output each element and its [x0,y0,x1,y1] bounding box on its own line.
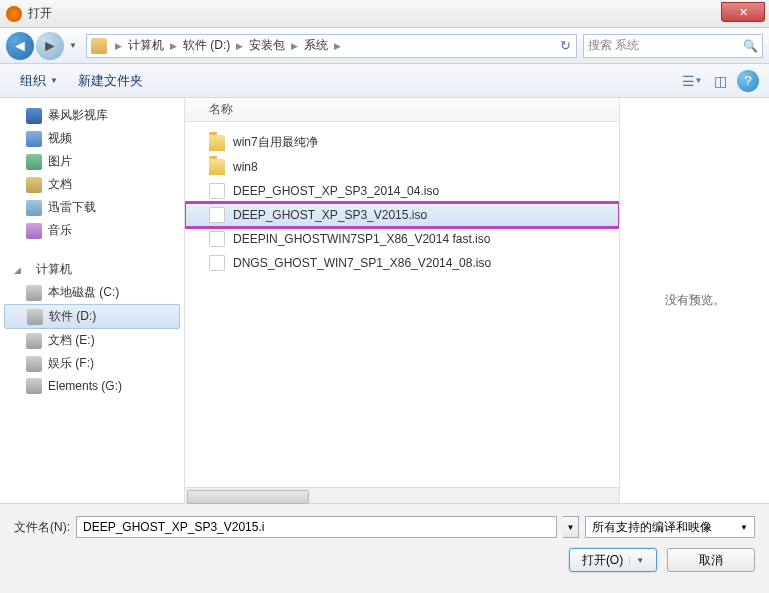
sidebar-computer-header[interactable]: ◢计算机 [0,258,184,281]
folder-type-icon [26,200,42,216]
sidebar-item[interactable]: 暴风影视库 [0,104,184,127]
organize-menu[interactable]: 组织 ▼ [10,68,68,94]
file-icon [209,183,225,199]
folder-icon [209,159,225,175]
cancel-button[interactable]: 取消 [667,548,755,572]
breadcrumb-item[interactable]: 系统 [302,37,330,54]
sidebar-drive-item[interactable]: 本地磁盘 (C:) [0,281,184,304]
drive-icon [26,378,42,394]
filename-input[interactable] [76,516,557,538]
search-icon[interactable]: 🔍 [743,39,758,53]
sidebar-drive-item[interactable]: 软件 (D:) [4,304,180,329]
file-row[interactable]: DEEP_GHOST_XP_SP3_V2015.iso [185,203,619,227]
file-name: DEEP_GHOST_XP_SP3_2014_04.iso [233,184,439,198]
sidebar-item[interactable]: 文档 [0,173,184,196]
breadcrumb-item[interactable]: 计算机 [126,37,166,54]
drive-icon [26,333,42,349]
folder-type-icon [26,223,42,239]
file-row[interactable]: DEEPIN_GHOSTWIN7SP1_X86_V2014 fast.iso [185,227,619,251]
breadcrumb-item[interactable]: 安装包 [247,37,287,54]
folder-icon [209,135,225,151]
sidebar-drive-item[interactable]: 文档 (E:) [0,329,184,352]
file-name: win8 [233,160,258,174]
file-row[interactable]: win7自用最纯净 [185,130,619,155]
file-name: DEEPIN_GHOSTWIN7SP1_X86_V2014 fast.iso [233,232,490,246]
navigation-bar: ◄ ► ▼ ▶ 计算机 ▶ 软件 (D:) ▶ 安装包 ▶ 系统 ▶ ↻ 搜索 … [0,28,769,64]
filename-dropdown[interactable]: ▼ [563,516,579,538]
sidebar-item[interactable]: 迅雷下载 [0,196,184,219]
file-area: 名称 win7自用最纯净win8DEEP_GHOST_XP_SP3_2014_0… [185,98,769,503]
sidebar-drive-item[interactable]: 娱乐 (F:) [0,352,184,375]
file-name: win7自用最纯净 [233,134,318,151]
horizontal-scrollbar[interactable] [185,487,619,503]
file-row[interactable]: win8 [185,155,619,179]
drive-icon [26,285,42,301]
column-header-name[interactable]: 名称 [185,98,619,122]
history-dropdown[interactable]: ▼ [66,32,80,60]
chevron-right-icon: ▶ [287,41,302,51]
dialog-footer: 文件名(N): ▼ 所有支持的编译和映像 ▼ 打开(O) ▼ 取消 [0,503,769,593]
file-type-filter[interactable]: 所有支持的编译和映像 ▼ [585,516,755,538]
sidebar-drive-item[interactable]: Elements (G:) [0,375,184,397]
chevron-right-icon: ▶ [166,41,181,51]
app-icon [6,6,22,22]
folder-type-icon [26,108,42,124]
drive-icon [27,309,43,325]
sidebar-item[interactable]: 视频 [0,127,184,150]
preview-text: 没有预览。 [665,292,725,309]
chevron-down-icon: ▼ [740,523,748,532]
chevron-down-icon: ▼ [50,76,58,85]
filename-label: 文件名(N): [14,519,70,536]
breadcrumb[interactable]: ▶ 计算机 ▶ 软件 (D:) ▶ 安装包 ▶ 系统 ▶ ↻ [86,34,577,58]
drive-icon [26,356,42,372]
folder-type-icon [26,154,42,170]
preview-pane: 没有预览。 [619,98,769,503]
forward-button[interactable]: ► [36,32,64,60]
sidebar-item[interactable]: 音乐 [0,219,184,242]
folder-type-icon [26,131,42,147]
window-title: 打开 [28,5,52,22]
file-list: 名称 win7自用最纯净win8DEEP_GHOST_XP_SP3_2014_0… [185,98,619,503]
refresh-icon[interactable]: ↻ [554,35,576,57]
sidebar-item[interactable]: 图片 [0,150,184,173]
chevron-right-icon: ▶ [111,41,126,51]
back-button[interactable]: ◄ [6,32,34,60]
folder-type-icon [26,177,42,193]
file-icon [209,255,225,271]
search-input[interactable]: 搜索 系统 🔍 [583,34,763,58]
folder-icon [91,38,107,54]
chevron-right-icon: ▶ [330,41,345,51]
chevron-right-icon: ▶ [232,41,247,51]
search-placeholder: 搜索 系统 [588,37,639,54]
close-button[interactable] [721,2,765,22]
toolbar: 组织 ▼ 新建文件夹 ☰ ▼ ◫ ? [0,64,769,98]
file-name: DNGS_GHOST_WIN7_SP1_X86_V2014_08.iso [233,256,491,270]
split-button-arrow-icon[interactable]: ▼ [629,556,644,565]
title-bar: 打开 [0,0,769,28]
breadcrumb-item[interactable]: 软件 (D:) [181,37,232,54]
file-list-body[interactable]: win7自用最纯净win8DEEP_GHOST_XP_SP3_2014_04.i… [185,122,619,487]
new-folder-button[interactable]: 新建文件夹 [68,68,153,94]
sidebar: 暴风影视库视频图片文档迅雷下载音乐◢计算机本地磁盘 (C:)软件 (D:)文档 … [0,98,185,503]
file-icon [209,231,225,247]
body-area: 暴风影视库视频图片文档迅雷下载音乐◢计算机本地磁盘 (C:)软件 (D:)文档 … [0,98,769,503]
help-icon[interactable]: ? [737,70,759,92]
file-icon [209,207,225,223]
file-name: DEEP_GHOST_XP_SP3_V2015.iso [233,208,427,222]
expand-icon: ◢ [14,265,24,275]
preview-pane-icon[interactable]: ◫ [709,70,731,92]
file-row[interactable]: DEEP_GHOST_XP_SP3_2014_04.iso [185,179,619,203]
view-options-icon[interactable]: ☰ ▼ [681,70,703,92]
file-row[interactable]: DNGS_GHOST_WIN7_SP1_X86_V2014_08.iso [185,251,619,275]
open-button[interactable]: 打开(O) ▼ [569,548,657,572]
